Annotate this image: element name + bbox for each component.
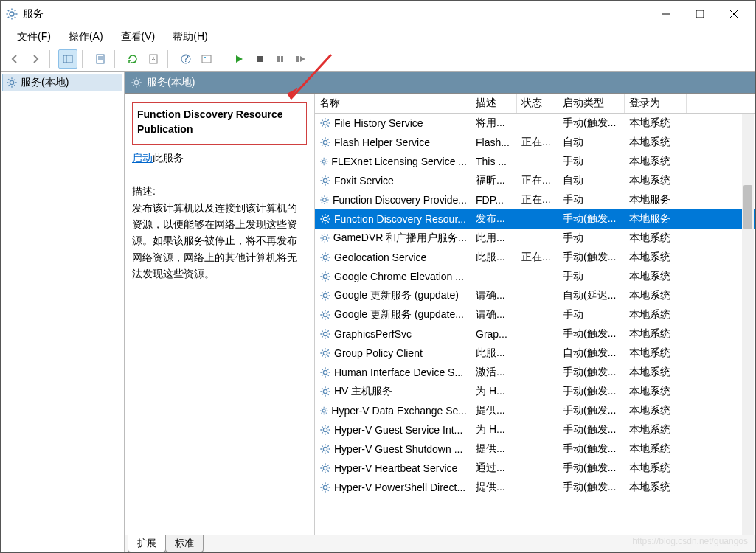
menu-action[interactable]: 操作(A) bbox=[60, 29, 112, 45]
cell-desc: 通过... bbox=[471, 460, 517, 476]
menu-help[interactable]: 帮助(H) bbox=[164, 29, 216, 45]
cell-startup: 手动(触发... bbox=[558, 460, 625, 476]
start-service-button[interactable] bbox=[229, 49, 249, 69]
cell-logon: 本地系统 bbox=[625, 268, 687, 285]
menu-file[interactable]: 文件(F) bbox=[8, 29, 60, 45]
cell-name: Google 更新服务 (gupdate) bbox=[315, 288, 471, 304]
cell-desc: 此服... bbox=[471, 249, 517, 265]
service-row[interactable]: Human Interface Device S...激活...手动(触发...… bbox=[315, 363, 755, 382]
close-button[interactable] bbox=[717, 3, 751, 25]
cell-status: 正在... bbox=[517, 192, 558, 208]
gear-icon bbox=[319, 117, 331, 129]
service-row[interactable]: Geolocation Service此服...正在...手动(触发...本地系… bbox=[315, 248, 755, 267]
window-title: 服务 bbox=[23, 7, 649, 21]
column-status[interactable]: 状态 bbox=[517, 94, 558, 113]
service-row[interactable]: Group Policy Client此服...自动(触发...本地系统 bbox=[315, 344, 755, 363]
service-row[interactable]: Function Discovery Resour...发布...手动(触发..… bbox=[315, 209, 755, 229]
tree-pane: 服务(本地) bbox=[1, 72, 125, 552]
service-list-pane: 名称 描述 状态 启动类型 登录为 File History Service将用… bbox=[315, 94, 755, 535]
cell-status bbox=[517, 275, 558, 278]
content-header-label: 服务(本地) bbox=[147, 76, 195, 89]
cell-desc: Flash... bbox=[471, 135, 517, 150]
svg-point-0 bbox=[10, 12, 14, 16]
cell-logon: 本地系统 bbox=[625, 479, 687, 495]
cell-name: GameDVR 和广播用户服务... bbox=[315, 230, 471, 246]
cell-logon: 本地系统 bbox=[625, 326, 687, 342]
cell-status bbox=[517, 122, 558, 125]
help-button[interactable]: ? bbox=[176, 49, 195, 69]
svg-point-40 bbox=[323, 485, 327, 489]
cell-name: File History Service bbox=[315, 116, 471, 131]
gear-icon bbox=[319, 175, 331, 187]
service-row[interactable]: Google 更新服务 (gupdate...请确...手动本地系统 bbox=[315, 305, 755, 324]
service-row[interactable]: GraphicsPerfSvcGrap...手动(触发...本地系统 bbox=[315, 324, 755, 344]
service-row[interactable]: Hyper-V Guest Shutdown ...提供...手动(触发...本… bbox=[315, 439, 755, 459]
svg-rect-13 bbox=[202, 55, 211, 63]
service-row[interactable]: Hyper-V Data Exchange Se...提供...手动(触发...… bbox=[315, 401, 755, 420]
gear-icon bbox=[319, 462, 331, 474]
cell-startup: 手动(触发... bbox=[558, 403, 625, 419]
export-list-button[interactable] bbox=[91, 49, 110, 69]
cell-startup: 手动 bbox=[558, 153, 625, 170]
gear-icon bbox=[319, 136, 331, 148]
service-row[interactable]: Function Discovery Provide...FDP...正在...… bbox=[315, 190, 755, 209]
scrollbar-thumb[interactable] bbox=[743, 185, 752, 229]
forward-button[interactable] bbox=[26, 49, 45, 69]
gear-icon bbox=[319, 443, 331, 455]
cell-startup: 手动(触发... bbox=[558, 441, 625, 457]
properties-button[interactable] bbox=[197, 49, 216, 69]
column-logon[interactable]: 登录为 bbox=[625, 94, 687, 113]
restart-service-button[interactable] bbox=[291, 49, 311, 69]
show-hide-tree-button[interactable] bbox=[58, 49, 77, 69]
svg-point-38 bbox=[323, 447, 327, 451]
refresh-button[interactable] bbox=[123, 49, 142, 69]
service-row[interactable]: Foxit Service福昕...正在...自动本地系统 bbox=[315, 171, 755, 190]
pause-service-button[interactable] bbox=[271, 49, 290, 69]
export-button[interactable] bbox=[144, 49, 163, 69]
service-row[interactable]: Hyper-V Guest Service Int...为 H...手动(触发.… bbox=[315, 420, 755, 439]
list-header: 名称 描述 状态 启动类型 登录为 bbox=[315, 94, 755, 114]
start-service-link[interactable]: 启动 bbox=[132, 152, 153, 164]
cell-startup: 手动(触发... bbox=[558, 249, 625, 265]
service-row[interactable]: Google 更新服务 (gupdate)请确...自动(延迟...本地系统 bbox=[315, 286, 755, 305]
svg-point-30 bbox=[323, 293, 327, 297]
desc-label: 描述: bbox=[132, 183, 307, 199]
tree-root-item[interactable]: 服务(本地) bbox=[2, 74, 122, 91]
cell-name: Hyper-V Data Exchange Se... bbox=[315, 403, 471, 418]
column-name[interactable]: 名称 bbox=[315, 94, 471, 113]
cell-logon: 本地系统 bbox=[625, 383, 687, 400]
cell-desc: 请确... bbox=[471, 288, 517, 304]
back-button[interactable] bbox=[5, 49, 24, 69]
svg-point-22 bbox=[323, 140, 327, 144]
service-row[interactable]: Google Chrome Elevation ...手动本地系统 bbox=[315, 267, 755, 286]
tab-extended[interactable]: 扩展 bbox=[128, 535, 166, 552]
service-row[interactable]: FLEXnet Licensing Service ...This ...手动本… bbox=[315, 152, 755, 171]
toolbar: ? bbox=[1, 46, 755, 72]
service-row[interactable]: File History Service将用...手动(触发...本地系统 bbox=[315, 114, 755, 133]
service-row[interactable]: HV 主机服务为 H...手动(触发...本地系统 bbox=[315, 382, 755, 401]
svg-point-23 bbox=[322, 160, 325, 163]
menu-view[interactable]: 查看(V) bbox=[112, 29, 164, 45]
svg-rect-2 bbox=[696, 10, 704, 18]
service-row[interactable]: Flash Helper ServiceFlash...正在...自动本地系统 bbox=[315, 133, 755, 152]
cell-name: Human Interface Device S... bbox=[315, 365, 471, 380]
scrollbar-track[interactable] bbox=[742, 114, 754, 535]
service-row[interactable]: Hyper-V PowerShell Direct...提供...手动(触发..… bbox=[315, 478, 755, 497]
service-row[interactable]: GameDVR 和广播用户服务...此用...手动本地系统 bbox=[315, 229, 755, 248]
svg-rect-14 bbox=[204, 57, 206, 58]
cell-name: FLEXnet Licensing Service ... bbox=[315, 154, 471, 169]
cell-logon: 本地系统 bbox=[625, 460, 687, 476]
minimize-button[interactable] bbox=[649, 3, 683, 25]
service-list[interactable]: File History Service将用...手动(触发...本地系统Fla… bbox=[315, 114, 755, 535]
content-header: 服务(本地) bbox=[125, 72, 755, 93]
cell-desc: 提供... bbox=[471, 441, 517, 457]
tab-standard[interactable]: 标准 bbox=[165, 535, 204, 552]
services-window: 服务 文件(F) 操作(A) 查看(V) 帮助(H) ? bbox=[0, 0, 756, 553]
cell-logon: 本地系统 bbox=[625, 345, 687, 361]
maximize-button[interactable] bbox=[683, 3, 717, 25]
service-row[interactable]: Hyper-V Heartbeat Service通过...手动(触发...本地… bbox=[315, 459, 755, 478]
column-startup[interactable]: 启动类型 bbox=[558, 94, 625, 113]
cell-name: Hyper-V Guest Shutdown ... bbox=[315, 442, 471, 456]
stop-service-button[interactable] bbox=[250, 49, 269, 69]
column-desc[interactable]: 描述 bbox=[471, 94, 517, 113]
